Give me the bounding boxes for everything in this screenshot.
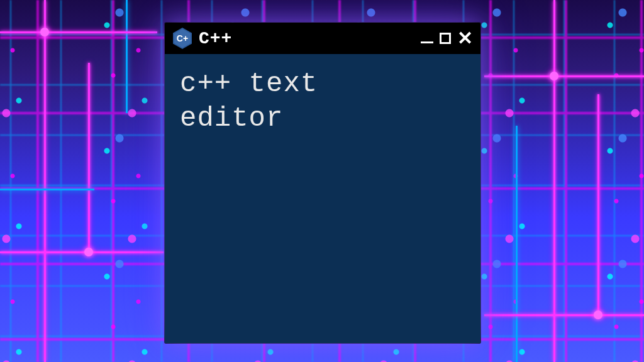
close-button[interactable]: ✕: [457, 29, 473, 48]
editor-area[interactable]: c++ text editor: [165, 54, 480, 343]
window-title: C++: [199, 29, 414, 48]
editor-window: C+ C++ ✕ c++ text editor: [165, 23, 480, 343]
minimize-icon: [421, 41, 433, 43]
editor-content: c++ text editor: [180, 67, 465, 136]
app-icon-label: C+: [177, 33, 188, 43]
cpp-hexagon-icon: C+: [172, 27, 192, 50]
maximize-button[interactable]: [440, 33, 451, 44]
minimize-button[interactable]: [421, 34, 433, 43]
close-icon: ✕: [457, 29, 473, 48]
titlebar[interactable]: C+ C++ ✕: [165, 23, 480, 54]
window-controls: ✕: [421, 29, 473, 48]
maximize-icon: [440, 33, 451, 44]
